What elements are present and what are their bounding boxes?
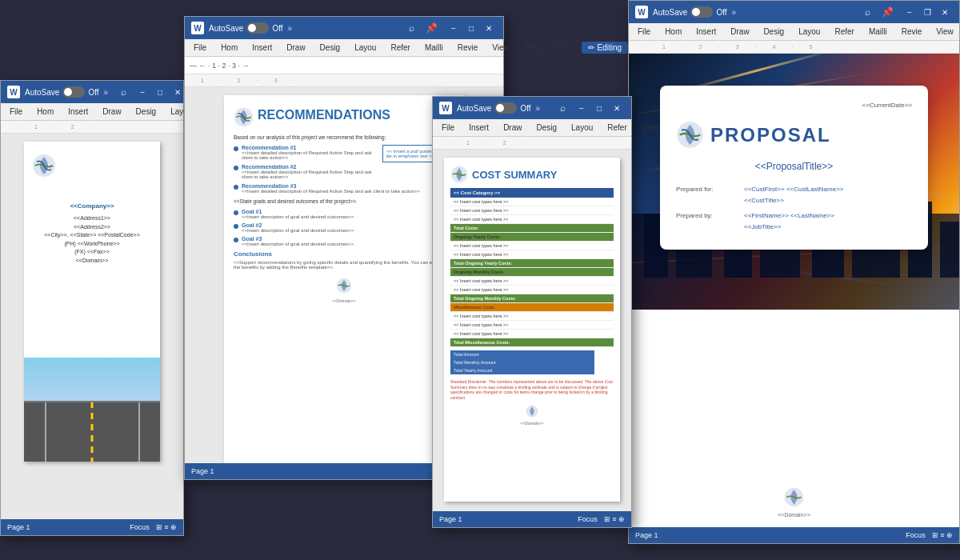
cost-item-3b [598,215,614,224]
tab-refer-cost[interactable]: Refer [603,122,630,133]
tab-view-proposal[interactable]: View [932,26,958,37]
maximize-button-cost[interactable]: □ [591,101,607,115]
prepared-by-name: <<FirstName>> <<LastName>> [744,210,834,222]
minimize-button-proposal[interactable]: − [902,5,918,19]
cost-item-2b [598,206,614,215]
tab-layout-cost[interactable]: Layou [567,122,597,133]
ongoing-monthly-header-row: Ongoing Monthly Costs [450,268,614,277]
close-button-cost[interactable]: ✕ [609,101,625,115]
search-button-rec[interactable]: ⌕ [406,22,418,34]
pin-button-proposal[interactable]: 📌 [878,6,897,18]
tab-layout-rec[interactable]: Layou [350,42,380,53]
prepared-by-label: Prepared by: [676,210,736,234]
tab-prop-rec[interactable]: Prop [520,42,545,53]
toolbar-items-rec: — ← · 1 · 2 · 3 · → [190,62,250,70]
autosave-toggle-left[interactable] [62,86,85,98]
goal-dot-3 [234,238,238,242]
search-button-left[interactable]: ⌕ [118,86,130,98]
tab-file-left[interactable]: File [6,106,26,117]
minimize-button-left[interactable]: − [134,85,150,99]
tab-file-cost[interactable]: File [438,122,458,133]
tab-acro-rec[interactable]: Acro [551,42,576,53]
rec-bullet-title-1: Recommendation #1 [242,145,378,150]
tab-home-left[interactable]: Hom [33,106,58,117]
tab-draw-left[interactable]: Draw [98,106,125,117]
tab-layout-proposal[interactable]: Layou [794,26,824,37]
ruler-cost: ·1·2· [433,137,631,150]
autosave-rec: AutoSave Off [209,22,283,34]
tab-mail-rec[interactable]: Mailli [421,42,447,53]
prepared-for-values: <<CustFirst>> <<CustLastName>> <<CustTit… [744,184,844,207]
restore-button-proposal[interactable]: ❐ [919,5,935,19]
tab-insert-left[interactable]: Insert [64,106,92,117]
tab-file-proposal[interactable]: File [634,26,654,37]
autosave-label-proposal: AutoSave [653,8,687,17]
autosave-toggle-rec[interactable] [246,22,269,34]
ongoing-yearly-2: << Insert cost types here >> [450,250,614,259]
focus-label-proposal: Focus [906,531,926,539]
pin-button-rec[interactable]: 📌 [422,22,441,34]
maximize-button-left[interactable]: □ [152,85,168,99]
rec-heading: RECOMMENDATIONS [258,108,390,122]
minimize-button-rec[interactable]: − [446,21,462,35]
editing-button-rec[interactable]: ✏ Editing [582,42,628,54]
rec-bullet-title-2: Recommendation #2 [242,164,378,170]
close-button-proposal[interactable]: ✕ [937,5,953,19]
goal-content-3: Goal #3 <<Insert description of goal and… [242,236,355,246]
minimize-button-cost[interactable]: − [574,101,590,115]
cost-item-1a: << Insert cost types here >> [450,198,598,206]
tab-design-proposal[interactable]: Desig [760,26,789,37]
total-misc-label: Total Miscellaneous Costs: [450,338,614,347]
tab-insert-proposal[interactable]: Insert [692,26,720,37]
rec-bullet-1: Recommendation #1 <<Insert detailed desc… [234,145,378,160]
autosave-toggle-cost[interactable] [494,102,517,114]
tab-draw-proposal[interactable]: Draw [726,26,753,37]
state-goals-text: <<State goals and desired outcomes of th… [234,198,454,205]
tab-draw-rec[interactable]: Draw [282,42,309,53]
tab-review-proposal[interactable]: Revie [898,26,926,37]
cost-footer: <<Domain>> [450,405,614,426]
doc-content-cost: COST SUMMARY << Cost Category >> << Inse… [433,150,631,511]
search-button-cost[interactable]: ⌕ [557,102,569,114]
doc-page-cost: COST SUMMARY << Cost Category >> << Inse… [444,158,620,502]
tab-home-proposal[interactable]: Hom [661,26,686,37]
prepared-for-title: <<CustTitle>> [744,195,844,206]
prepared-by-row: Prepared by: <<FirstName>> <<LastName>> … [676,210,912,234]
tab-review-rec[interactable]: Revie [454,42,482,53]
cost-disclaimer: Standard Disclaimer: The numbers represe… [450,379,614,400]
rec-bullet-content-2: Recommendation #2 <<Insert detailed desc… [242,164,378,179]
rec-bullet-body-2: <<Insert detailed description of Require… [242,170,378,179]
prepared-by-title: <<JobTitle>> [744,222,834,233]
autosave-toggle-proposal[interactable] [690,6,713,18]
tab-refer-rec[interactable]: Refer [386,42,414,53]
amount-total-label: Total Amount [450,350,594,358]
tab-view-rec[interactable]: View [488,42,514,53]
proposal-white-card: <<CurrentDate>> PROPOSAL <<ProposalTitle… [660,86,928,250]
close-button-rec[interactable]: ✕ [481,21,497,35]
proposal-logo-row: PROPOSAL [676,121,912,149]
tab-insert-cost[interactable]: Insert [465,122,493,133]
tab-design-left[interactable]: Desig [132,106,161,117]
tab-design-rec[interactable]: Desig [316,42,345,53]
tab-mail-proposal[interactable]: Mailli [865,26,891,37]
ribbon-cost: File Insert Draw Desig Layou Refer View [433,119,631,137]
road-center-line [91,402,94,462]
cost-table-header: << Cost Category >> [450,188,614,198]
maximize-button-rec[interactable]: □ [463,21,479,35]
road-markings [24,402,160,462]
tab-draw-cost[interactable]: Draw [499,122,526,133]
tab-view-cost[interactable]: View [638,122,663,133]
company-logo-left [32,154,56,178]
search-button-proposal[interactable]: ⌕ [862,6,874,18]
tab-design-cost[interactable]: Desig [532,122,561,133]
proposal-date: <<CurrentDate>> [676,102,912,109]
amount-monthly-label: Total Monthly Amount [450,358,594,366]
titlebar-recommendations: W AutoSave Off » ⌕ 📌 − □ ✕ [185,17,503,39]
proposal-subtitle: <<ProposalTitle>> [676,161,912,172]
doc-logo-left [32,154,152,178]
tab-home-rec[interactable]: Hom [217,42,242,53]
tab-insert-rec[interactable]: Insert [248,42,276,53]
conclusions-body: <<Support recommendations by giving spec… [234,260,454,270]
tab-refer-proposal[interactable]: Refer [830,26,858,37]
tab-file-rec[interactable]: File [190,42,210,53]
